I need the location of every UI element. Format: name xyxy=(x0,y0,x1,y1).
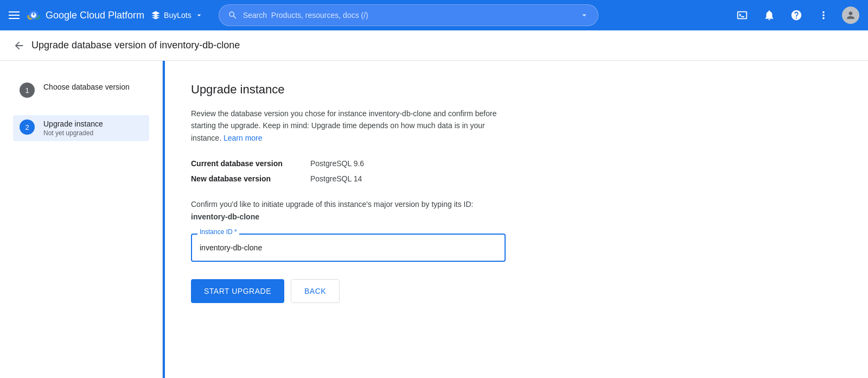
sidebar: 1 Choose database version 2 Upgrade inst… xyxy=(0,61,163,378)
back-button-form[interactable]: BACK xyxy=(291,279,340,303)
app-logo: Google Cloud Platform xyxy=(26,8,144,23)
step-item-1: 1 Choose database version xyxy=(13,78,149,102)
notifications-icon-btn[interactable] xyxy=(761,7,778,24)
new-db-value: PostgreSQL 14 xyxy=(310,174,362,183)
breadcrumb-row: Upgrade database version of inventory-db… xyxy=(0,30,868,61)
instance-id-label: Instance ID * xyxy=(197,228,239,236)
more-vert-icon xyxy=(818,9,829,21)
nav-actions xyxy=(733,7,859,24)
page-title: Upgrade database version of inventory-db… xyxy=(31,40,240,51)
cloud-logo-icon xyxy=(26,8,41,23)
current-db-label: Current database version xyxy=(191,159,289,168)
instance-id-input[interactable] xyxy=(191,234,506,262)
more-options-icon-btn[interactable] xyxy=(815,7,832,24)
current-db-row: Current database version PostgreSQL 9.6 xyxy=(191,159,842,168)
step-circle-1: 1 xyxy=(20,83,35,98)
learn-more-link[interactable]: Learn more xyxy=(224,134,263,142)
hamburger-menu[interactable] xyxy=(9,11,20,19)
step-label-2: Upgrade instance xyxy=(43,119,103,128)
info-table: Current database version PostgreSQL 9.6 … xyxy=(191,159,842,183)
chevron-down-icon xyxy=(195,11,203,20)
section-title: Upgrade instance xyxy=(191,83,842,97)
bell-icon xyxy=(763,9,775,21)
back-button[interactable] xyxy=(13,40,25,52)
description-text: Review the database version you chose fo… xyxy=(191,108,516,144)
confirm-text-part1: Confirm you'd like to initiate upgrade o… xyxy=(191,200,473,209)
person-icon xyxy=(845,10,856,21)
arrow-back-icon xyxy=(13,40,25,52)
instance-id-input-group: Instance ID * xyxy=(191,234,506,262)
help-icon-btn[interactable] xyxy=(788,7,805,24)
terminal-icon xyxy=(736,9,748,21)
search-icon xyxy=(228,10,238,20)
step-sublabel-2: Not yet upgraded xyxy=(43,129,103,137)
user-avatar[interactable] xyxy=(842,7,859,24)
app-title: Google Cloud Platform xyxy=(46,10,144,21)
search-input[interactable] xyxy=(243,11,574,20)
step-label-1: Choose database version xyxy=(43,83,130,91)
required-indicator: * xyxy=(234,228,237,236)
step-text-1: Choose database version xyxy=(43,83,130,91)
current-db-value: PostgreSQL 9.6 xyxy=(310,159,364,168)
step-circle-2: 2 xyxy=(20,119,35,135)
terminal-icon-btn[interactable] xyxy=(733,7,751,24)
step-number-1: 1 xyxy=(25,86,29,94)
chevron-down-icon[interactable] xyxy=(579,10,589,20)
confirm-instance-id: inventory-db-clone xyxy=(191,212,259,221)
start-upgrade-button[interactable]: START UPGRADE xyxy=(191,279,284,303)
project-icon xyxy=(151,10,161,20)
search-bar[interactable] xyxy=(219,4,598,26)
new-db-label: New database version xyxy=(191,174,289,183)
help-icon xyxy=(790,9,802,21)
confirm-text: Confirm you'd like to initiate upgrade o… xyxy=(191,198,506,223)
step-text-2: Upgrade instance Not yet upgraded xyxy=(43,119,103,137)
step-item-2: 2 Upgrade instance Not yet upgraded xyxy=(13,115,149,141)
project-name: BuyLots xyxy=(164,11,192,20)
button-row: START UPGRADE BACK xyxy=(191,279,842,303)
main-layout: 1 Choose database version 2 Upgrade inst… xyxy=(0,61,868,378)
top-navigation: Google Cloud Platform BuyLots xyxy=(0,0,868,30)
content-area: Upgrade instance Review the database ver… xyxy=(165,61,868,378)
project-selector[interactable]: BuyLots xyxy=(151,10,203,20)
new-db-row: New database version PostgreSQL 14 xyxy=(191,174,842,183)
step-number-2: 2 xyxy=(25,123,29,131)
input-label-text: Instance ID xyxy=(200,228,233,236)
